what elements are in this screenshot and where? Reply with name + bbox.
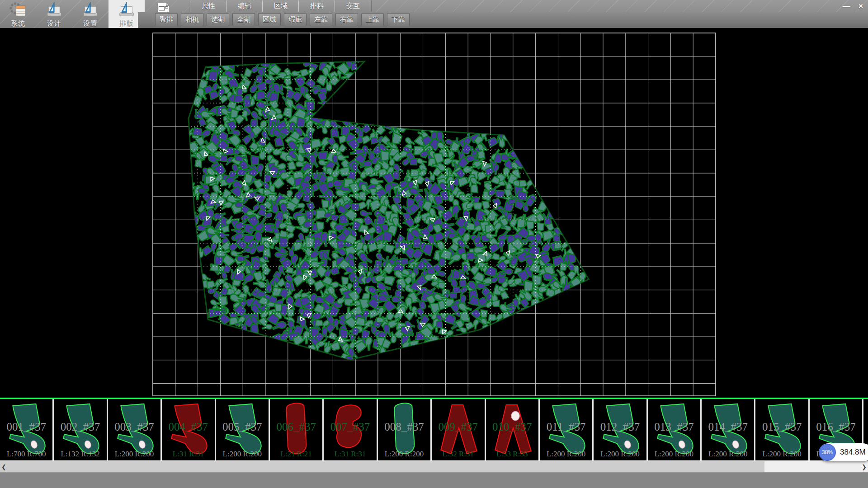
piece-lr-count: L:33 R:33 (486, 450, 538, 459)
thumbnail-piece-010_#37[interactable]: 010_#37L:33 R:33 (486, 399, 540, 460)
piece-id-label: 004_#37 (162, 421, 214, 433)
piece-lr-count: L:200 R:200 (648, 450, 700, 459)
scroll-left-arrow-icon[interactable]: ❮ (0, 461, 8, 472)
thumbnail-piece-003_#37[interactable]: 003_#37L:200 R:200 (108, 399, 162, 460)
thumbnail-piece-011_#37[interactable]: 011_#37L:200 R:200 (540, 399, 594, 460)
tool-align-left[interactable]: 左靠 (310, 13, 332, 26)
thumbnail-piece-014_#37[interactable]: 014_#37L:200 R:200 (702, 399, 755, 460)
scrollbar-thumb[interactable] (8, 461, 764, 472)
tab-label: 排版 (119, 19, 134, 28)
tool-camera[interactable]: 相机 (181, 13, 203, 26)
piece-id-label: 011_#37 (540, 421, 592, 433)
menu-nest[interactable]: 排料 (298, 0, 335, 12)
piece-id-label: 017_#37 (863, 421, 868, 433)
menu-region[interactable]: 区域 (262, 0, 299, 12)
piece-id-label: 015_#37 (755, 421, 808, 433)
piece-lr-count: L:700 R:700 (0, 450, 52, 459)
percent-value: 38% (822, 449, 833, 455)
thumbnail-piece-013_#37[interactable]: 013_#37L:200 R:200 (648, 399, 702, 460)
piece-id-label: 003_#37 (108, 421, 160, 433)
tool-defect[interactable]: 瑕疵 (284, 13, 307, 26)
set-square-icon (117, 1, 137, 19)
nesting-canvas[interactable] (0, 28, 868, 398)
set-square-icon (44, 1, 64, 19)
minimize-button[interactable]: — (840, 1, 853, 12)
piece-lr-count: L:200 R:200 (108, 450, 160, 459)
piece-lr-count: L:200 R:200 (216, 450, 269, 459)
piece-lr-count: L:200 R:200 (594, 450, 646, 459)
tool-align-bottom[interactable]: 下靠 (387, 13, 410, 26)
piece-id-label: 012_#37 (594, 421, 646, 433)
thumbnail-piece-006_#37[interactable]: 006_#37L:21 R:21 (270, 399, 324, 460)
set-square-icon (80, 1, 100, 19)
menu-edit[interactable]: 编辑 (226, 0, 263, 12)
tool-region[interactable]: 区域 (258, 13, 281, 26)
piece-id-label: 007_#37 (324, 421, 376, 433)
window-controls: — × (840, 1, 867, 12)
percent-indicator: 38% (819, 444, 836, 461)
thumbnail-piece-004_#37[interactable]: 004_#37L:31 R:31 (162, 399, 216, 460)
menu-bar: 属性 编辑 区域 排料 交互 — × (181, 0, 868, 12)
piece-id-label: 005_#37 (216, 421, 269, 433)
close-button[interactable]: × (854, 1, 867, 12)
memory-value: 384.8M (840, 448, 866, 457)
thumbnail-piece-009_#37[interactable]: 009_#37L:32 R:31 (432, 399, 486, 460)
piece-id-label: 008_#37 (378, 421, 430, 433)
tab-system[interactable]: 系统 (0, 0, 36, 28)
tab-label: 设计 (47, 19, 61, 28)
tool-cluster-nest[interactable]: 聚排 (155, 13, 178, 26)
piece-lr-count: L:32 R:31 (432, 450, 484, 459)
thumbnail-piece-008_#37[interactable]: 008_#37L:200 R:200 (378, 399, 432, 460)
piece-id-label: 002_#37 (54, 421, 106, 433)
toolbar: 系统 设计 设置 (0, 0, 868, 28)
thumbnail-piece-001_#37[interactable]: 001_#37L:700 R:700 (0, 399, 54, 460)
piece-id-label: 016_#37 (810, 421, 862, 433)
nesting-canvas-svg (0, 28, 868, 398)
tab-label: 系统 (11, 19, 25, 28)
piece-id-label: 001_#37 (0, 421, 52, 433)
piece-lr-count: L:21 R:21 (270, 450, 322, 459)
piece-lr-count: L:31 R:31 (162, 450, 214, 459)
piece-id-label: 010_#37 (486, 421, 538, 433)
tool-cut-all[interactable]: 全割 (232, 13, 255, 26)
piece-id-label: 013_#37 (648, 421, 700, 433)
tab-design[interactable]: 设计 (36, 0, 72, 28)
tool-align-top[interactable]: 上靠 (361, 13, 384, 26)
thumbnail-piece-015_#37[interactable]: 015_#37L:200 R:200 (755, 399, 809, 460)
menu-interaction[interactable]: 交互 (335, 0, 372, 12)
thumbnail-piece-007_#37[interactable]: 007_#37L:31 R:31 (324, 399, 377, 460)
memory-status-badge: 38% 384.8M (819, 443, 868, 461)
scroll-right-arrow-icon[interactable]: ❯ (860, 461, 868, 472)
piece-lr-count: L:200 R:200 (702, 450, 754, 459)
tool-align-right[interactable]: 右靠 (335, 13, 358, 26)
piece-thumbnail-panel: 001_#37L:700 R:700002_#37L:132 R:132003_… (0, 398, 868, 461)
thumbnail-piece-002_#37[interactable]: 002_#37L:132 R:132 (54, 399, 108, 460)
piece-lr-count: L:200 R:200 (755, 450, 808, 459)
thumbnail-piece-012_#37[interactable]: 012_#37L:200 R:200 (594, 399, 647, 460)
thumbnail-piece-005_#37[interactable]: 005_#37L:200 R:200 (216, 399, 270, 460)
piece-id-label: 006_#37 (270, 421, 322, 433)
tool-button-row: 聚排 相机 选割 全割 区域 瑕疵 左靠 右靠 上靠 下靠 (138, 12, 868, 28)
status-bar (0, 472, 868, 488)
piece-id-label: 014_#37 (702, 421, 754, 433)
piece-lr-count: L:200 R:200 (378, 450, 430, 459)
menu-properties[interactable]: 属性 (190, 0, 227, 12)
application-window: 系统 设计 设置 (0, 0, 868, 488)
gear-table-icon (8, 1, 28, 19)
piece-lr-count: L:31 R:31 (324, 450, 376, 459)
tool-select-cut[interactable]: 选割 (207, 13, 229, 26)
piece-lr-count: L:200 R:200 (540, 450, 592, 459)
tab-settings[interactable]: 设置 (72, 0, 108, 28)
tab-label: 设置 (83, 19, 98, 28)
piece-id-label: 009_#37 (432, 421, 484, 433)
piece-lr-count: L:132 R:132 (54, 450, 106, 459)
thumbnail-strip: 001_#37L:700 R:700002_#37L:132 R:132003_… (0, 399, 868, 460)
thumbnail-scrollbar[interactable]: ❮ ❯ (0, 461, 868, 472)
